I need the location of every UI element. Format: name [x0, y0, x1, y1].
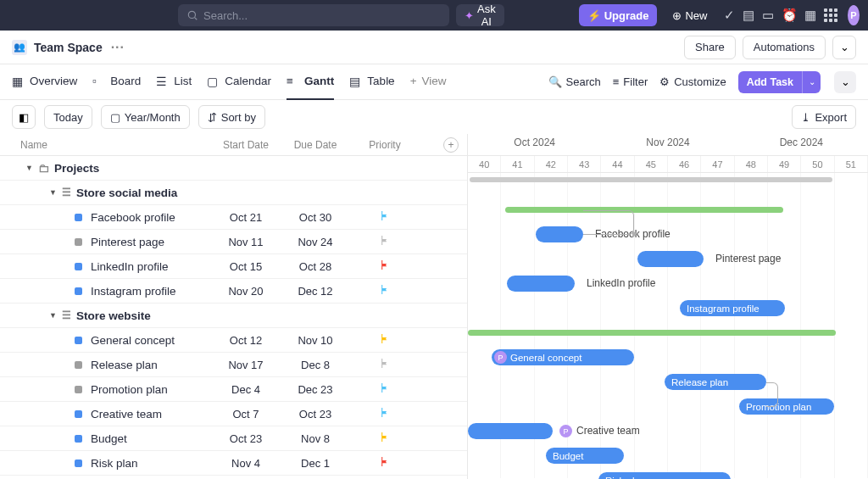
customize-button[interactable]: ⚙Customize — [659, 75, 726, 88]
add-column-button[interactable]: + — [443, 137, 459, 153]
start-date[interactable]: Nov 4 — [211, 457, 281, 470]
sidebar-toggle-button[interactable]: ◧ — [12, 105, 36, 129]
start-date[interactable]: Oct 21 — [211, 211, 281, 224]
automations-button[interactable]: Automations — [743, 36, 826, 59]
task-row[interactable]: Pinterest page Nov 11 Nov 24 — [0, 230, 467, 254]
status-icon[interactable] — [75, 238, 82, 246]
ask-ai-button[interactable]: ✦ Ask AI — [456, 4, 504, 26]
due-date[interactable]: Nov 10 — [281, 334, 350, 347]
due-date[interactable]: Oct 30 — [281, 211, 350, 224]
task-row[interactable]: Instagram profile Nov 20 Dec 12 — [0, 279, 467, 304]
tab-table[interactable]: ▤Table — [349, 64, 394, 100]
status-icon[interactable] — [75, 337, 82, 344]
gantt-bar[interactable]: Promotion plan — [739, 398, 834, 415]
summary-bar[interactable] — [505, 207, 783, 213]
timeline-scrollbar[interactable] — [470, 177, 832, 182]
share-button[interactable]: Share — [684, 36, 736, 59]
export-button[interactable]: ⤓Export — [792, 105, 856, 129]
start-date[interactable]: Oct 12 — [211, 334, 281, 347]
gantt-bar[interactable]: Risk plan — [598, 472, 731, 479]
assignee-avatar[interactable]: P — [559, 425, 572, 437]
due-date[interactable]: Dec 23 — [281, 383, 350, 396]
priority-flag[interactable] — [350, 259, 420, 273]
view-search-button[interactable]: 🔍Search — [548, 75, 601, 88]
priority-flag[interactable] — [350, 333, 420, 347]
tab-overview[interactable]: ▦Overview — [12, 64, 77, 100]
priority-flag[interactable] — [350, 358, 420, 371]
priority-flag[interactable] — [350, 284, 420, 298]
gantt-bar[interactable] — [507, 276, 575, 292]
task-row[interactable]: General concept Oct 12 Nov 10 — [0, 328, 467, 353]
col-name[interactable]: Name — [20, 139, 211, 151]
timeline-pane[interactable]: Oct 2024Nov 2024Dec 2024 404142434445464… — [468, 134, 868, 479]
tab-list[interactable]: ☰List — [156, 64, 192, 100]
status-icon[interactable] — [75, 386, 82, 393]
new-button[interactable]: ⊕ New — [664, 4, 715, 26]
status-icon[interactable] — [75, 460, 82, 467]
gantt-bar[interactable] — [536, 226, 583, 242]
start-date[interactable]: Oct 15 — [211, 260, 281, 273]
add-task-button[interactable]: Add Task — [738, 71, 802, 93]
task-row[interactable]: Budget Oct 23 Nov 8 — [0, 426, 467, 451]
folder-row[interactable]: ▼🗀Projects — [0, 156, 467, 181]
summary-bar[interactable] — [468, 330, 836, 336]
gantt-bar[interactable] — [468, 423, 553, 439]
doc-icon[interactable]: ▦ — [804, 4, 817, 26]
priority-flag[interactable] — [350, 456, 420, 470]
clipboard-icon[interactable]: ▤ — [743, 4, 755, 26]
status-icon[interactable] — [75, 287, 82, 295]
task-row[interactable]: LinkedIn profile Oct 15 Oct 28 — [0, 254, 467, 279]
start-date[interactable]: Oct 23 — [211, 432, 281, 445]
status-icon[interactable] — [75, 361, 82, 369]
start-date[interactable]: Nov 20 — [211, 285, 281, 298]
status-icon[interactable] — [75, 435, 82, 443]
chevron-down-icon[interactable]: ▼ — [25, 164, 33, 172]
tab-board[interactable]: ▫Board — [92, 64, 141, 100]
assignee-avatar[interactable]: P — [494, 351, 507, 364]
global-search[interactable]: Search... — [178, 4, 449, 26]
tab-gantt[interactable]: ≡Gantt — [287, 64, 334, 100]
alarm-icon[interactable]: ⏰ — [782, 4, 798, 26]
gantt-bar[interactable]: Instagram profile — [680, 300, 785, 316]
task-row[interactable]: Creative team Oct 7 Oct 23 — [0, 402, 467, 426]
add-task-dropdown[interactable]: ⌄ — [802, 71, 821, 93]
col-start[interactable]: Start Date — [211, 139, 281, 151]
task-row[interactable]: Promotion plan Dec 4 Dec 23 — [0, 377, 467, 402]
col-priority[interactable]: Priority — [350, 139, 420, 151]
apps-icon[interactable] — [824, 4, 837, 26]
priority-flag[interactable] — [350, 382, 420, 396]
gantt-bar[interactable]: Budget — [546, 448, 624, 464]
due-date[interactable]: Nov 24 — [281, 236, 350, 248]
due-date[interactable]: Oct 23 — [281, 408, 350, 421]
priority-flag[interactable] — [350, 432, 420, 445]
check-circle-icon[interactable]: ✓ — [722, 4, 735, 26]
more-menu[interactable]: ··· — [111, 40, 125, 55]
gantt-bar[interactable] — [637, 251, 704, 267]
status-icon[interactable] — [75, 263, 82, 270]
due-date[interactable]: Nov 8 — [281, 432, 350, 445]
task-row[interactable]: Risk plan Nov 4 Dec 1 — [0, 451, 467, 476]
today-button[interactable]: Today — [44, 105, 92, 129]
priority-flag[interactable] — [350, 210, 420, 224]
start-date[interactable]: Nov 17 — [211, 359, 281, 371]
space-title[interactable]: Team Space — [34, 41, 103, 54]
chevron-down-icon[interactable]: ▼ — [49, 311, 57, 320]
chevron-down-icon[interactable]: ▼ — [49, 188, 57, 197]
task-row[interactable]: Facebook profile Oct 21 Oct 30 — [0, 205, 467, 230]
add-view-button[interactable]: +View — [410, 64, 447, 100]
tab-calendar[interactable]: ▢Calendar — [207, 64, 271, 100]
zoom-button[interactable]: ▢Year/Month — [101, 105, 190, 129]
due-date[interactable]: Oct 28 — [281, 260, 350, 273]
col-due[interactable]: Due Date — [281, 139, 350, 151]
start-date[interactable]: Nov 11 — [211, 236, 281, 248]
filter-button[interactable]: ≡Filter — [613, 75, 648, 88]
upgrade-button[interactable]: ⚡ Upgrade — [579, 4, 658, 26]
status-icon[interactable] — [75, 214, 82, 221]
due-date[interactable]: Dec 1 — [281, 457, 350, 470]
automations-dropdown[interactable]: ⌄ — [832, 36, 856, 59]
list-row[interactable]: ▼☰Store social media — [0, 181, 467, 205]
list-row[interactable]: ▼☰Store website — [0, 304, 467, 328]
start-date[interactable]: Dec 4 — [211, 383, 281, 396]
priority-flag[interactable] — [350, 407, 420, 421]
video-icon[interactable]: ▭ — [762, 4, 775, 26]
